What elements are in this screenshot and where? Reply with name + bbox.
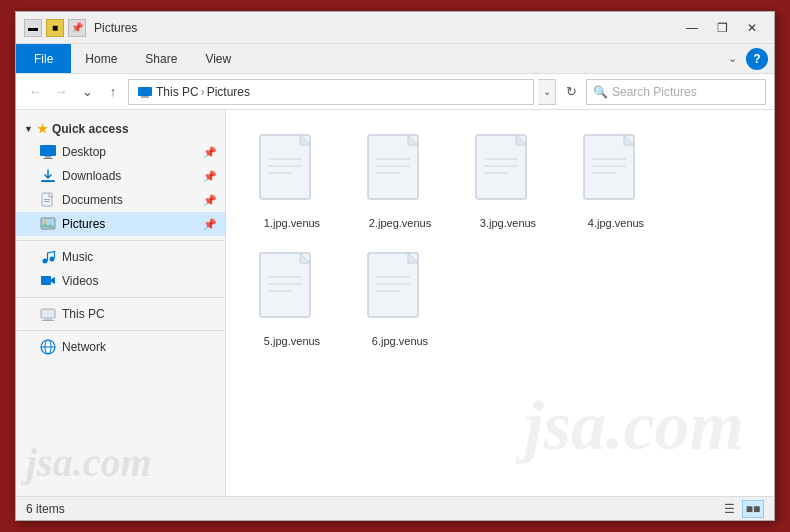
sidebar-star-icon: ★: [37, 122, 48, 136]
file-icon: [364, 251, 436, 331]
quick-access-header[interactable]: ▼ ★ Quick access: [16, 118, 225, 140]
svg-rect-13: [41, 276, 51, 285]
svg-point-11: [43, 259, 48, 264]
path-pictures-label: Pictures: [207, 85, 250, 99]
details-view-button[interactable]: ☰: [718, 500, 740, 518]
file-item[interactable]: 2.jpeg.venus: [350, 126, 450, 236]
search-box[interactable]: 🔍 Search Pictures: [586, 79, 766, 105]
sidebar-item-this-pc[interactable]: This PC: [16, 302, 225, 326]
file-explorer-window: ▬ ■ 📌 Pictures — ❐ ✕ File Home Share Vie…: [15, 11, 775, 521]
sidebar-item-pictures[interactable]: Pictures 📌: [16, 212, 225, 236]
minimize-button[interactable]: —: [678, 18, 706, 38]
address-dropdown-button[interactable]: ⌄: [538, 79, 556, 105]
large-icons-view-button[interactable]: ■■: [742, 500, 764, 518]
help-button[interactable]: ?: [746, 48, 768, 70]
sidebar-videos-label: Videos: [62, 274, 98, 288]
maximize-button[interactable]: ❐: [708, 18, 736, 38]
menu-bar-right: ⌄ ?: [722, 44, 774, 73]
file-item[interactable]: 5.jpg.venus: [242, 244, 342, 354]
sidebar-divider-2: [16, 297, 225, 298]
svg-rect-1: [141, 96, 149, 98]
svg-rect-0: [138, 87, 152, 96]
recent-locations-button[interactable]: ⌄: [76, 81, 98, 103]
pin-downloads-icon: 📌: [203, 170, 217, 183]
file-icon: [472, 133, 544, 213]
sidebar-music-label: Music: [62, 250, 93, 264]
file-menu[interactable]: File: [16, 44, 71, 73]
sidebar-divider-3: [16, 330, 225, 331]
sidebar-documents-label: Documents: [62, 193, 123, 207]
sidebar-item-music[interactable]: Music: [16, 245, 225, 269]
address-bar: ← → ⌄ ↑ This PC › Pictures ⌄ ↻ 🔍 Search …: [16, 74, 774, 110]
desktop-icon: [40, 144, 56, 160]
share-menu[interactable]: Share: [131, 44, 191, 73]
svg-rect-14: [41, 309, 55, 318]
menu-bar: File Home Share View ⌄ ?: [16, 44, 774, 74]
ribbon-toggle-icon[interactable]: ⌄: [722, 49, 742, 69]
path-this-pc: [137, 84, 156, 100]
file-icon: [256, 133, 328, 213]
network-icon: [40, 339, 56, 355]
file-item[interactable]: 1.jpg.venus: [242, 126, 342, 236]
file-area: 1.jpg.venus 2.jpeg.venus 3.jpg: [226, 110, 774, 496]
sidebar-item-desktop[interactable]: Desktop 📌: [16, 140, 225, 164]
close-button[interactable]: ✕: [738, 18, 766, 38]
svg-rect-4: [43, 158, 53, 159]
sidebar-this-pc-label: This PC: [62, 307, 105, 321]
downloads-icon: [40, 168, 56, 184]
refresh-button[interactable]: ↻: [560, 81, 582, 103]
search-placeholder: Search Pictures: [612, 85, 697, 99]
sidebar-network-label: Network: [62, 340, 106, 354]
file-name: 6.jpg.venus: [372, 335, 428, 347]
up-button[interactable]: ↑: [102, 81, 124, 103]
sidebar-item-downloads[interactable]: Downloads 📌: [16, 164, 225, 188]
title-bar: ▬ ■ 📌 Pictures — ❐ ✕: [16, 12, 774, 44]
sidebar-divider-1: [16, 240, 225, 241]
pictures-icon: [40, 216, 56, 232]
file-icon: [364, 133, 436, 213]
sidebar-item-videos[interactable]: Videos: [16, 269, 225, 293]
pin-icon-title: 📌: [68, 19, 86, 37]
file-name: 3.jpg.venus: [480, 217, 536, 229]
file-item[interactable]: 4.jpg.venus: [566, 126, 666, 236]
svg-rect-16: [42, 320, 54, 321]
sidebar-desktop-label: Desktop: [62, 145, 106, 159]
view-toggle-buttons: ☰ ■■: [718, 500, 764, 518]
file-item[interactable]: 3.jpg.venus: [458, 126, 558, 236]
svg-rect-2: [40, 145, 56, 156]
quick-access-label: Quick access: [52, 122, 129, 136]
pin-pictures-icon: 📌: [203, 218, 217, 231]
view-menu[interactable]: View: [191, 44, 245, 73]
home-menu[interactable]: Home: [71, 44, 131, 73]
file-item[interactable]: 6.jpg.venus: [350, 244, 450, 354]
sidebar-item-documents[interactable]: Documents 📌: [16, 188, 225, 212]
chevron-right-icon: ▼: [24, 124, 33, 134]
svg-rect-7: [44, 199, 50, 200]
svg-rect-5: [41, 180, 55, 182]
search-icon: 🔍: [593, 85, 608, 99]
address-path[interactable]: This PC › Pictures: [128, 79, 534, 105]
svg-point-12: [50, 257, 55, 262]
documents-icon: [40, 192, 56, 208]
path-this-pc-label: This PC: [156, 85, 199, 99]
file-icon: [256, 251, 328, 331]
file-area-watermark: jsa.com: [524, 386, 744, 466]
forward-button[interactable]: →: [50, 81, 72, 103]
file-name: 5.jpg.venus: [264, 335, 320, 347]
files-grid: 1.jpg.venus 2.jpeg.venus 3.jpg: [242, 126, 758, 354]
sidebar-item-network[interactable]: Network: [16, 335, 225, 359]
svg-rect-8: [44, 201, 50, 202]
file-icon: [580, 133, 652, 213]
path-separator-1: ›: [201, 85, 205, 99]
back-button[interactable]: ←: [24, 81, 46, 103]
window-title: Pictures: [94, 21, 678, 35]
file-name: 4.jpg.venus: [588, 217, 644, 229]
pin-documents-icon: 📌: [203, 194, 217, 207]
status-bar: 6 items ☰ ■■: [16, 496, 774, 520]
videos-icon: [40, 273, 56, 289]
sidebar-pictures-label: Pictures: [62, 217, 105, 231]
pin-desktop-icon: 📌: [203, 146, 217, 159]
this-pc-icon: [40, 306, 56, 322]
sidebar-watermark: jsa.com: [26, 439, 152, 486]
sidebar-downloads-label: Downloads: [62, 169, 121, 183]
